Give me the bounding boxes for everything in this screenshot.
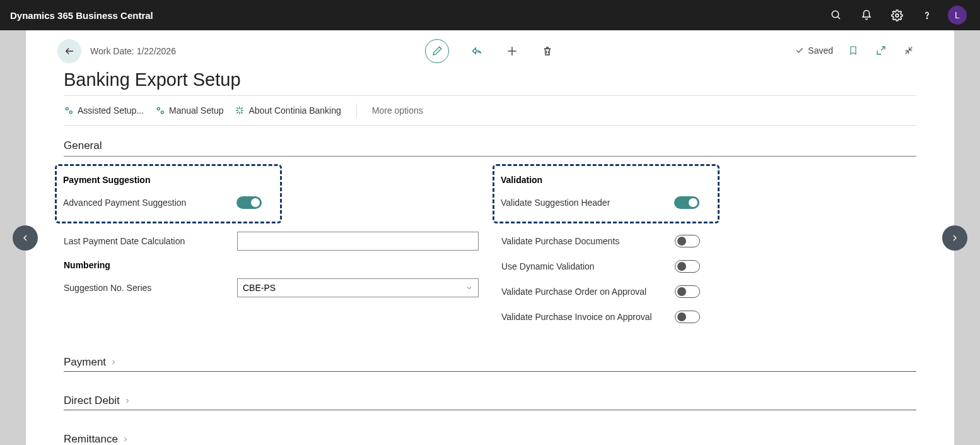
chevron-right-icon xyxy=(122,436,129,443)
back-button[interactable] xyxy=(57,39,81,63)
edit-button[interactable] xyxy=(425,39,449,63)
search-icon[interactable] xyxy=(824,3,849,28)
general-right-col: Validation Validate Suggestion Header Va… xyxy=(501,164,916,333)
bookmark-icon[interactable] xyxy=(846,43,861,58)
svg-point-2 xyxy=(895,14,899,17)
section-payment-label: Payment xyxy=(64,356,106,369)
about-label: About Continia Banking xyxy=(248,105,341,116)
use-dynamic-validation-label: Use Dynamic Validation xyxy=(501,261,665,271)
gears-icon xyxy=(155,105,165,116)
svg-point-0 xyxy=(832,11,839,18)
section-direct-debit-label: Direct Debit xyxy=(64,395,120,407)
work-date: Work Date: 1/22/2026 xyxy=(90,46,176,56)
manual-setup-label: Manual Setup xyxy=(169,105,223,116)
chevron-down-icon xyxy=(465,284,473,292)
help-icon[interactable] xyxy=(914,3,940,28)
general-left-col: Payment Suggestion Advanced Payment Sugg… xyxy=(64,164,479,333)
popout-icon[interactable] xyxy=(873,43,889,58)
next-record-button[interactable] xyxy=(942,225,967,251)
saved-label: Saved xyxy=(808,45,833,56)
payment-suggestion-highlight: Payment Suggestion Advanced Payment Sugg… xyxy=(55,164,282,223)
svg-line-18 xyxy=(241,112,243,114)
validate-suggestion-header-toggle[interactable] xyxy=(674,196,699,209)
gear-icon[interactable] xyxy=(884,3,909,28)
bell-icon[interactable] xyxy=(854,3,879,28)
svg-point-9 xyxy=(66,107,68,110)
svg-point-12 xyxy=(161,111,163,114)
suggestion-no-series-combo[interactable]: CBE-PS xyxy=(237,278,479,297)
burst-icon xyxy=(235,105,245,116)
svg-point-10 xyxy=(69,111,72,114)
gears-icon xyxy=(64,105,74,116)
app-title: Dynamics 365 Business Central xyxy=(10,10,824,21)
advanced-payment-toggle[interactable] xyxy=(236,196,262,209)
chevron-right-icon xyxy=(110,359,117,366)
suggestion-no-series-value: CBE-PS xyxy=(243,283,276,293)
numbering-subhead: Numbering xyxy=(64,260,479,270)
last-payment-date-input[interactable] xyxy=(237,232,479,251)
svg-line-19 xyxy=(237,112,239,114)
page-center-actions xyxy=(425,39,555,63)
page-card: Saved Work Date: 1/22/2026 Banking Expor… xyxy=(26,30,954,445)
page-title: Banking Export Setup xyxy=(64,69,916,90)
validate-po-approval-toggle[interactable] xyxy=(675,285,700,298)
svg-point-3 xyxy=(926,18,927,18)
validate-pi-approval-label: Validate Purchase Invoice on Approval xyxy=(501,312,665,322)
new-icon[interactable] xyxy=(505,44,520,59)
validate-purchase-documents-toggle[interactable] xyxy=(675,235,700,247)
share-icon[interactable] xyxy=(469,44,484,59)
validation-subhead: Validation xyxy=(501,175,711,185)
last-payment-date-label: Last Payment Date Calculation xyxy=(64,236,227,246)
topbar-actions: L xyxy=(824,3,970,28)
page-right-actions: Saved xyxy=(795,43,916,58)
validate-po-approval-label: Validate Purchase Order on Approval xyxy=(501,287,665,297)
validate-suggestion-header-label: Validate Suggestion Header xyxy=(501,198,664,208)
command-separator xyxy=(356,104,357,117)
svg-line-17 xyxy=(237,107,239,109)
advanced-payment-label: Advanced Payment Suggestion xyxy=(63,198,226,208)
about-action[interactable]: About Continia Banking xyxy=(235,105,341,116)
suggestion-no-series-label: Suggestion No. Series xyxy=(64,283,227,293)
section-direct-debit[interactable]: Direct Debit xyxy=(64,395,916,410)
command-bar: Assisted Setup... Manual Setup About Con… xyxy=(64,96,916,126)
app-topbar: Dynamics 365 Business Central L xyxy=(0,0,980,30)
section-general-header: General xyxy=(64,139,916,152)
section-remittance-label: Remittance xyxy=(64,433,118,445)
assisted-setup-label: Assisted Setup... xyxy=(78,105,144,116)
prev-record-button[interactable] xyxy=(13,225,38,251)
validate-pi-approval-toggle[interactable] xyxy=(675,311,700,323)
payment-suggestion-subhead: Payment Suggestion xyxy=(63,175,274,185)
assisted-setup-action[interactable]: Assisted Setup... xyxy=(64,105,144,116)
section-payment[interactable]: Payment xyxy=(64,356,916,372)
use-dynamic-validation-toggle[interactable] xyxy=(675,260,700,273)
saved-indicator: Saved xyxy=(795,45,833,56)
validate-purchase-documents-label: Validate Purchase Documents xyxy=(501,236,665,246)
manual-setup-action[interactable]: Manual Setup xyxy=(155,105,223,116)
user-avatar[interactable]: L xyxy=(945,3,970,28)
more-options[interactable]: More options xyxy=(372,105,423,116)
collapse-icon[interactable] xyxy=(901,43,916,58)
svg-line-1 xyxy=(837,16,840,19)
svg-line-20 xyxy=(241,107,243,109)
delete-icon[interactable] xyxy=(540,44,555,59)
section-remittance[interactable]: Remittance xyxy=(64,433,916,445)
validation-highlight: Validation Validate Suggestion Header xyxy=(493,164,720,223)
chevron-right-icon xyxy=(124,397,131,405)
avatar-letter: L xyxy=(948,6,967,25)
svg-point-11 xyxy=(157,107,160,110)
